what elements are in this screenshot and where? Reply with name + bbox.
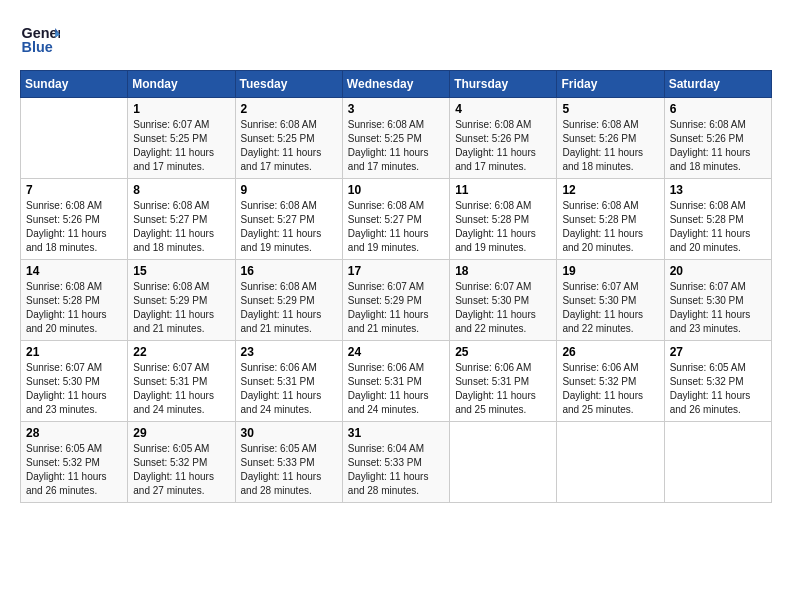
calendar-cell <box>21 98 128 179</box>
day-info: Sunrise: 6:08 AM Sunset: 5:27 PM Dayligh… <box>348 199 444 255</box>
header-cell-thursday: Thursday <box>450 71 557 98</box>
day-number: 27 <box>670 345 766 359</box>
calendar-body: 1Sunrise: 6:07 AM Sunset: 5:25 PM Daylig… <box>21 98 772 503</box>
calendar-cell: 2Sunrise: 6:08 AM Sunset: 5:25 PM Daylig… <box>235 98 342 179</box>
day-info: Sunrise: 6:07 AM Sunset: 5:31 PM Dayligh… <box>133 361 229 417</box>
logo: General Blue <box>20 20 64 60</box>
week-row-1: 7Sunrise: 6:08 AM Sunset: 5:26 PM Daylig… <box>21 179 772 260</box>
day-number: 11 <box>455 183 551 197</box>
day-number: 31 <box>348 426 444 440</box>
header-cell-monday: Monday <box>128 71 235 98</box>
day-number: 22 <box>133 345 229 359</box>
calendar-cell: 30Sunrise: 6:05 AM Sunset: 5:33 PM Dayli… <box>235 422 342 503</box>
day-number: 29 <box>133 426 229 440</box>
calendar-cell: 8Sunrise: 6:08 AM Sunset: 5:27 PM Daylig… <box>128 179 235 260</box>
day-info: Sunrise: 6:07 AM Sunset: 5:30 PM Dayligh… <box>455 280 551 336</box>
day-info: Sunrise: 6:08 AM Sunset: 5:25 PM Dayligh… <box>241 118 337 174</box>
day-info: Sunrise: 6:08 AM Sunset: 5:28 PM Dayligh… <box>670 199 766 255</box>
day-info: Sunrise: 6:08 AM Sunset: 5:28 PM Dayligh… <box>562 199 658 255</box>
calendar-cell: 27Sunrise: 6:05 AM Sunset: 5:32 PM Dayli… <box>664 341 771 422</box>
calendar-cell: 22Sunrise: 6:07 AM Sunset: 5:31 PM Dayli… <box>128 341 235 422</box>
svg-text:General: General <box>22 25 60 41</box>
header-cell-friday: Friday <box>557 71 664 98</box>
svg-text:Blue: Blue <box>22 39 53 55</box>
calendar-cell: 18Sunrise: 6:07 AM Sunset: 5:30 PM Dayli… <box>450 260 557 341</box>
day-number: 23 <box>241 345 337 359</box>
day-info: Sunrise: 6:07 AM Sunset: 5:30 PM Dayligh… <box>562 280 658 336</box>
day-info: Sunrise: 6:08 AM Sunset: 5:28 PM Dayligh… <box>26 280 122 336</box>
calendar-cell: 12Sunrise: 6:08 AM Sunset: 5:28 PM Dayli… <box>557 179 664 260</box>
day-info: Sunrise: 6:07 AM Sunset: 5:30 PM Dayligh… <box>26 361 122 417</box>
page-container: General Blue SundayMondayTuesdayWednesda… <box>0 0 792 513</box>
day-number: 5 <box>562 102 658 116</box>
calendar-cell: 28Sunrise: 6:05 AM Sunset: 5:32 PM Dayli… <box>21 422 128 503</box>
day-info: Sunrise: 6:07 AM Sunset: 5:29 PM Dayligh… <box>348 280 444 336</box>
calendar-cell: 17Sunrise: 6:07 AM Sunset: 5:29 PM Dayli… <box>342 260 449 341</box>
day-number: 9 <box>241 183 337 197</box>
calendar-cell: 10Sunrise: 6:08 AM Sunset: 5:27 PM Dayli… <box>342 179 449 260</box>
calendar-cell: 5Sunrise: 6:08 AM Sunset: 5:26 PM Daylig… <box>557 98 664 179</box>
day-info: Sunrise: 6:08 AM Sunset: 5:26 PM Dayligh… <box>670 118 766 174</box>
day-number: 28 <box>26 426 122 440</box>
calendar-cell: 21Sunrise: 6:07 AM Sunset: 5:30 PM Dayli… <box>21 341 128 422</box>
calendar-cell: 7Sunrise: 6:08 AM Sunset: 5:26 PM Daylig… <box>21 179 128 260</box>
day-info: Sunrise: 6:06 AM Sunset: 5:31 PM Dayligh… <box>348 361 444 417</box>
header-row: SundayMondayTuesdayWednesdayThursdayFrid… <box>21 71 772 98</box>
week-row-2: 14Sunrise: 6:08 AM Sunset: 5:28 PM Dayli… <box>21 260 772 341</box>
day-number: 2 <box>241 102 337 116</box>
header: General Blue <box>20 20 772 60</box>
calendar-table: SundayMondayTuesdayWednesdayThursdayFrid… <box>20 70 772 503</box>
day-info: Sunrise: 6:08 AM Sunset: 5:28 PM Dayligh… <box>455 199 551 255</box>
calendar-cell: 29Sunrise: 6:05 AM Sunset: 5:32 PM Dayli… <box>128 422 235 503</box>
calendar-cell: 13Sunrise: 6:08 AM Sunset: 5:28 PM Dayli… <box>664 179 771 260</box>
calendar-cell <box>664 422 771 503</box>
header-cell-sunday: Sunday <box>21 71 128 98</box>
day-info: Sunrise: 6:07 AM Sunset: 5:25 PM Dayligh… <box>133 118 229 174</box>
calendar-header: SundayMondayTuesdayWednesdayThursdayFrid… <box>21 71 772 98</box>
header-cell-tuesday: Tuesday <box>235 71 342 98</box>
calendar-cell: 23Sunrise: 6:06 AM Sunset: 5:31 PM Dayli… <box>235 341 342 422</box>
day-number: 6 <box>670 102 766 116</box>
day-number: 3 <box>348 102 444 116</box>
logo-icon: General Blue <box>20 20 60 60</box>
day-info: Sunrise: 6:08 AM Sunset: 5:25 PM Dayligh… <box>348 118 444 174</box>
day-info: Sunrise: 6:06 AM Sunset: 5:31 PM Dayligh… <box>241 361 337 417</box>
day-number: 8 <box>133 183 229 197</box>
calendar-cell: 11Sunrise: 6:08 AM Sunset: 5:28 PM Dayli… <box>450 179 557 260</box>
day-number: 16 <box>241 264 337 278</box>
day-number: 19 <box>562 264 658 278</box>
calendar-cell: 9Sunrise: 6:08 AM Sunset: 5:27 PM Daylig… <box>235 179 342 260</box>
day-info: Sunrise: 6:05 AM Sunset: 5:32 PM Dayligh… <box>670 361 766 417</box>
calendar-cell: 19Sunrise: 6:07 AM Sunset: 5:30 PM Dayli… <box>557 260 664 341</box>
day-number: 7 <box>26 183 122 197</box>
calendar-cell: 26Sunrise: 6:06 AM Sunset: 5:32 PM Dayli… <box>557 341 664 422</box>
day-number: 24 <box>348 345 444 359</box>
week-row-4: 28Sunrise: 6:05 AM Sunset: 5:32 PM Dayli… <box>21 422 772 503</box>
day-number: 15 <box>133 264 229 278</box>
calendar-cell: 1Sunrise: 6:07 AM Sunset: 5:25 PM Daylig… <box>128 98 235 179</box>
day-info: Sunrise: 6:08 AM Sunset: 5:27 PM Dayligh… <box>133 199 229 255</box>
day-info: Sunrise: 6:06 AM Sunset: 5:32 PM Dayligh… <box>562 361 658 417</box>
day-number: 4 <box>455 102 551 116</box>
calendar-cell: 6Sunrise: 6:08 AM Sunset: 5:26 PM Daylig… <box>664 98 771 179</box>
day-info: Sunrise: 6:08 AM Sunset: 5:26 PM Dayligh… <box>26 199 122 255</box>
day-info: Sunrise: 6:08 AM Sunset: 5:27 PM Dayligh… <box>241 199 337 255</box>
calendar-cell: 16Sunrise: 6:08 AM Sunset: 5:29 PM Dayli… <box>235 260 342 341</box>
calendar-cell: 31Sunrise: 6:04 AM Sunset: 5:33 PM Dayli… <box>342 422 449 503</box>
header-cell-wednesday: Wednesday <box>342 71 449 98</box>
day-number: 30 <box>241 426 337 440</box>
day-number: 12 <box>562 183 658 197</box>
day-number: 13 <box>670 183 766 197</box>
week-row-0: 1Sunrise: 6:07 AM Sunset: 5:25 PM Daylig… <box>21 98 772 179</box>
calendar-cell <box>557 422 664 503</box>
calendar-cell: 15Sunrise: 6:08 AM Sunset: 5:29 PM Dayli… <box>128 260 235 341</box>
day-info: Sunrise: 6:05 AM Sunset: 5:32 PM Dayligh… <box>133 442 229 498</box>
day-number: 14 <box>26 264 122 278</box>
calendar-cell <box>450 422 557 503</box>
day-number: 26 <box>562 345 658 359</box>
day-number: 18 <box>455 264 551 278</box>
day-info: Sunrise: 6:04 AM Sunset: 5:33 PM Dayligh… <box>348 442 444 498</box>
day-info: Sunrise: 6:08 AM Sunset: 5:26 PM Dayligh… <box>562 118 658 174</box>
day-number: 17 <box>348 264 444 278</box>
week-row-3: 21Sunrise: 6:07 AM Sunset: 5:30 PM Dayli… <box>21 341 772 422</box>
